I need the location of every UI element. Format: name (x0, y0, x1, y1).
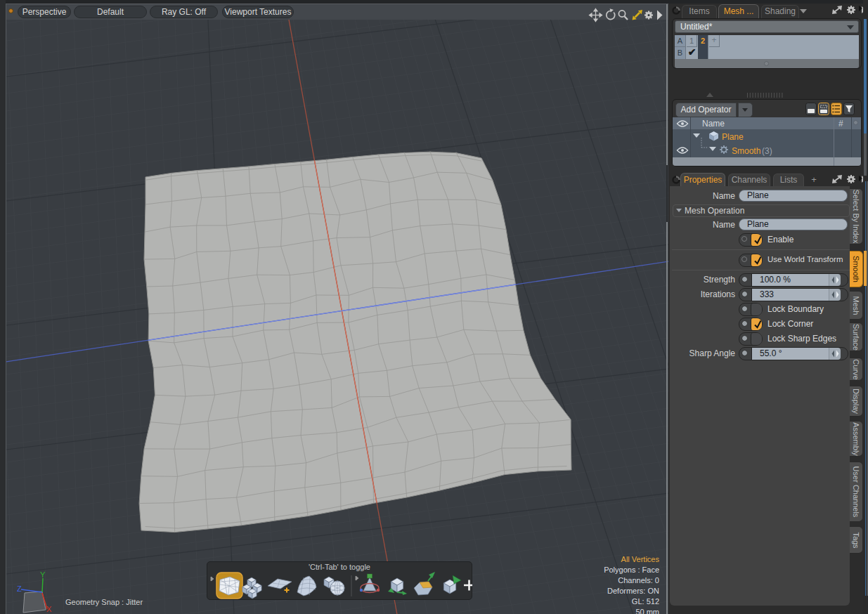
svg-text:Z: Z (17, 584, 22, 593)
svg-text:X: X (46, 605, 52, 613)
svg-text:Y: Y (40, 570, 46, 579)
